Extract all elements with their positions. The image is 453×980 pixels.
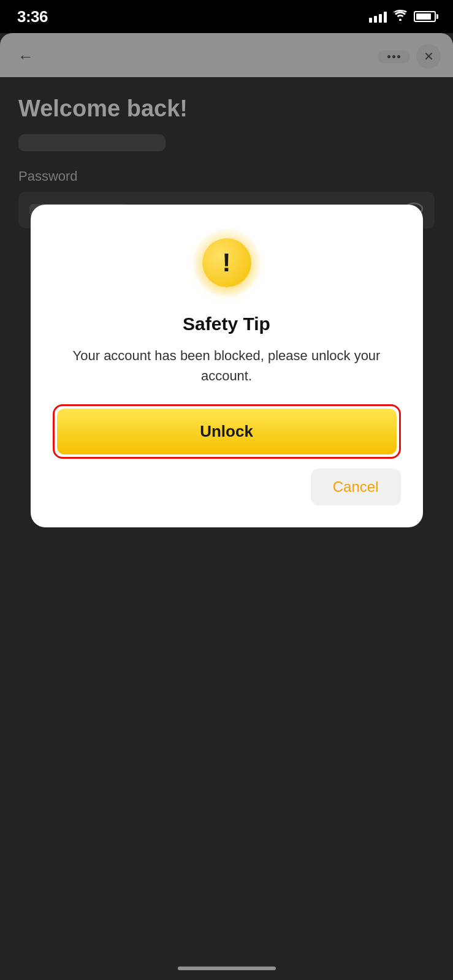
status-time: 3:36 xyxy=(17,7,48,26)
unlock-button[interactable]: Unlock xyxy=(57,409,397,454)
status-icons xyxy=(369,10,436,24)
warning-circle: ! xyxy=(202,238,251,287)
wifi-icon xyxy=(393,10,408,24)
modal-title: Safety Tip xyxy=(183,314,270,334)
modal-message: Your account has been blocked, please un… xyxy=(53,345,401,386)
battery-icon xyxy=(414,11,436,22)
home-indicator xyxy=(178,967,276,970)
warning-icon-container: ! xyxy=(193,229,261,296)
cancel-button[interactable]: Cancel xyxy=(311,469,401,505)
status-bar: 3:36 xyxy=(0,0,453,33)
modal-dialog: ! Safety Tip Your account has been block… xyxy=(31,205,423,527)
exclamation-icon: ! xyxy=(223,250,231,276)
cancel-button-area: Cancel xyxy=(53,469,401,505)
signal-icon xyxy=(369,10,387,23)
unlock-button-wrapper: Unlock xyxy=(53,404,401,459)
app-background: ← ✕ Welcome back! Password xyxy=(0,33,453,980)
modal-overlay: ! Safety Tip Your account has been block… xyxy=(0,33,453,980)
